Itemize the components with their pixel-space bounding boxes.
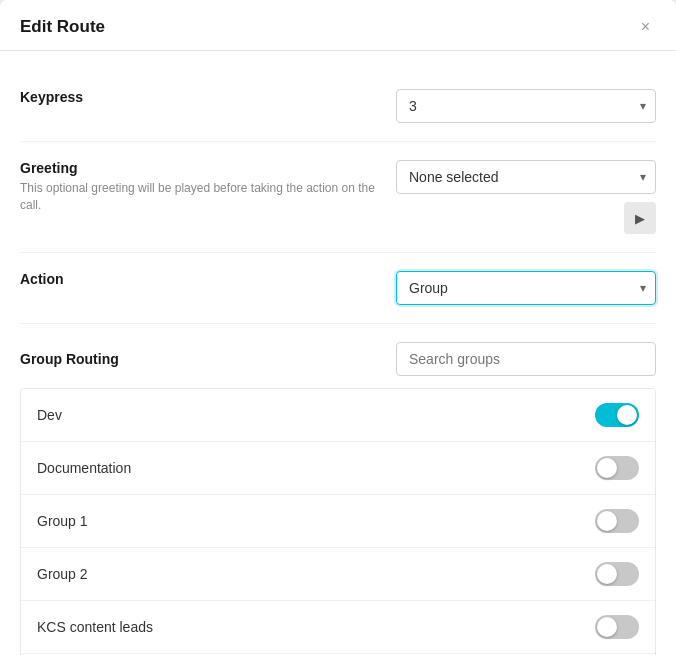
action-label: Action [20, 271, 376, 287]
greeting-label-group: Greeting This optional greeting will be … [20, 160, 396, 214]
greeting-description: This optional greeting will be played be… [20, 180, 376, 214]
search-input-wrapper [396, 342, 656, 376]
greeting-row: Greeting This optional greeting will be … [20, 142, 656, 253]
keypress-label: Keypress [20, 89, 376, 105]
action-row: Action Group User Voicemail Hang Up Exte… [20, 253, 656, 324]
toggle-thumb-group2 [597, 564, 617, 584]
modal-header: Edit Route × [0, 0, 676, 51]
toggle-track-documentation [595, 456, 639, 480]
group-toggle-dev[interactable] [595, 403, 639, 427]
greeting-control-group: None selected ▾ ▶ [396, 160, 656, 234]
keypress-select[interactable]: 1 2 3 4 5 [396, 89, 656, 123]
toggle-thumb-group1 [597, 511, 617, 531]
play-greeting-button[interactable]: ▶ [624, 202, 656, 234]
greeting-label: Greeting [20, 160, 376, 176]
modal-title: Edit Route [20, 17, 105, 37]
group-toggle-documentation[interactable] [595, 456, 639, 480]
list-item: Documentation [21, 442, 655, 495]
group-toggle-kcs[interactable] [595, 615, 639, 639]
list-item: Dev [21, 389, 655, 442]
keypress-control-group: 1 2 3 4 5 ▾ [396, 89, 656, 123]
group-routing-section: Group Routing Dev [20, 324, 656, 655]
group-name-group1: Group 1 [37, 513, 88, 529]
toggle-track-group1 [595, 509, 639, 533]
search-groups-input[interactable] [396, 342, 656, 376]
greeting-select-wrapper: None selected ▾ [396, 160, 656, 194]
close-button[interactable]: × [635, 16, 656, 38]
groups-scroll-area[interactable]: Dev Documentation [20, 376, 656, 655]
groups-list-container: Dev Documentation [20, 376, 656, 655]
modal-body: Keypress 1 2 3 4 5 ▾ Greeting [0, 51, 676, 655]
list-item: KCS content leads [21, 601, 655, 654]
group-name-kcs: KCS content leads [37, 619, 153, 635]
group-name-documentation: Documentation [37, 460, 131, 476]
action-select-wrapper: Group User Voicemail Hang Up Extension ▾ [396, 271, 656, 305]
groups-list: Dev Documentation [20, 388, 656, 655]
toggle-thumb-dev [617, 405, 637, 425]
keypress-select-wrapper: 1 2 3 4 5 ▾ [396, 89, 656, 123]
list-item: Group 1 [21, 495, 655, 548]
play-icon: ▶ [635, 211, 645, 226]
edit-route-modal: Edit Route × Keypress 1 2 3 4 5 ▾ [0, 0, 676, 655]
toggle-thumb-kcs [597, 617, 617, 637]
toggle-track-dev [595, 403, 639, 427]
keypress-label-group: Keypress [20, 89, 396, 109]
group-routing-label: Group Routing [20, 351, 119, 367]
action-select[interactable]: Group User Voicemail Hang Up Extension [396, 271, 656, 305]
action-label-group: Action [20, 271, 396, 291]
toggle-track-kcs [595, 615, 639, 639]
group-name-group2: Group 2 [37, 566, 88, 582]
group-toggle-group2[interactable] [595, 562, 639, 586]
greeting-select[interactable]: None selected [396, 160, 656, 194]
action-control-group: Group User Voicemail Hang Up Extension ▾ [396, 271, 656, 305]
toggle-thumb-documentation [597, 458, 617, 478]
group-name-dev: Dev [37, 407, 62, 423]
group-routing-header: Group Routing [20, 342, 656, 376]
list-item: Group 2 [21, 548, 655, 601]
keypress-row: Keypress 1 2 3 4 5 ▾ [20, 71, 656, 142]
group-toggle-group1[interactable] [595, 509, 639, 533]
toggle-track-group2 [595, 562, 639, 586]
